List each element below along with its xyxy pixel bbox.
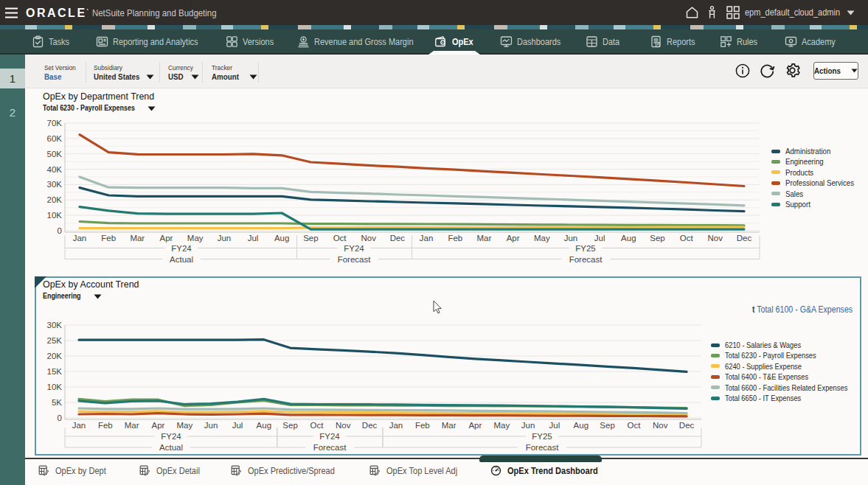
svg-text:20K: 20K	[47, 195, 63, 204]
svg-text:Jul: Jul	[594, 234, 605, 242]
svg-text:Aug: Aug	[257, 421, 271, 430]
svg-text:Oct: Oct	[333, 234, 347, 242]
svg-text:30K: 30K	[47, 180, 63, 189]
svg-text:60K: 60K	[47, 134, 63, 143]
svg-text:Nov: Nov	[653, 421, 668, 430]
svg-text:Sep: Sep	[282, 421, 297, 430]
svg-text:Dec: Dec	[679, 421, 695, 430]
svg-text:Jun: Jun	[204, 421, 218, 430]
svg-text:Apr: Apr	[152, 421, 165, 430]
svg-text:Jan: Jan	[72, 421, 86, 430]
svg-text:FY25: FY25	[575, 244, 596, 253]
svg-text:Oct: Oct	[310, 421, 324, 430]
svg-text:Feb: Feb	[415, 421, 430, 430]
svg-text:Jan: Jan	[420, 234, 434, 242]
svg-text:Jun: Jun	[521, 421, 535, 430]
svg-text:Apr: Apr	[468, 421, 482, 430]
svg-text:Feb: Feb	[448, 234, 462, 242]
svg-text:5K: 5K	[52, 398, 62, 407]
svg-text:50K: 50K	[47, 150, 63, 158]
svg-text:15K: 15K	[47, 367, 63, 376]
svg-text:May: May	[493, 421, 510, 430]
svg-text:Dec: Dec	[390, 234, 406, 242]
svg-text:Dec: Dec	[737, 234, 752, 242]
svg-text:30K: 30K	[47, 321, 63, 329]
svg-text:10K: 10K	[47, 383, 63, 391]
svg-text:Aug: Aug	[621, 234, 636, 242]
svg-text:FY24: FY24	[319, 432, 340, 441]
svg-text:Forecast: Forecast	[569, 255, 603, 264]
svg-text:Apr: Apr	[507, 234, 520, 242]
svg-text:25K: 25K	[47, 336, 63, 345]
svg-text:Jun: Jun	[218, 234, 232, 242]
svg-text:Mar: Mar	[476, 234, 491, 242]
svg-text:Actual: Actual	[170, 255, 193, 264]
svg-text:Sep: Sep	[600, 421, 614, 430]
svg-text:20K: 20K	[47, 352, 63, 360]
svg-text:Aug: Aug	[574, 421, 588, 430]
svg-text:10K: 10K	[47, 211, 63, 220]
svg-text:May: May	[534, 234, 550, 242]
svg-text:Jan: Jan	[389, 421, 403, 430]
svg-text:0: 0	[58, 226, 62, 235]
svg-text:Feb: Feb	[101, 234, 116, 242]
svg-text:Jul: Jul	[248, 234, 259, 242]
svg-text:Aug: Aug	[274, 234, 289, 242]
svg-text:Dec: Dec	[362, 421, 378, 430]
svg-text:70K: 70K	[47, 119, 63, 128]
svg-text:Jan: Jan	[73, 234, 87, 242]
svg-text:Sep: Sep	[650, 234, 664, 242]
svg-text:Nov: Nov	[361, 234, 376, 242]
svg-text:Jul: Jul	[232, 421, 243, 430]
svg-text:Nov: Nov	[708, 234, 723, 242]
svg-text:Feb: Feb	[98, 421, 113, 430]
svg-text:Mar: Mar	[125, 421, 139, 430]
svg-text:Oct: Oct	[627, 421, 641, 430]
svg-text:FY25: FY25	[532, 432, 552, 441]
svg-text:May: May	[176, 421, 192, 430]
svg-text:40K: 40K	[47, 165, 63, 174]
svg-text:Apr: Apr	[160, 234, 173, 242]
svg-text:FY24: FY24	[171, 244, 192, 253]
svg-text:FY24: FY24	[344, 244, 364, 253]
svg-text:May: May	[187, 234, 204, 242]
svg-text:Jul: Jul	[549, 421, 560, 430]
svg-text:Actual: Actual	[159, 443, 183, 452]
svg-text:FY24: FY24	[161, 432, 181, 441]
svg-text:Oct: Oct	[680, 234, 694, 242]
svg-text:Mar: Mar	[130, 234, 145, 242]
svg-text:Forecast: Forecast	[313, 443, 347, 452]
svg-text:Forecast: Forecast	[526, 443, 560, 452]
svg-text:Nov: Nov	[336, 421, 351, 430]
svg-text:0: 0	[58, 414, 62, 422]
svg-text:Mar: Mar	[442, 421, 456, 430]
svg-text:Forecast: Forecast	[338, 255, 372, 264]
svg-text:Sep: Sep	[303, 234, 318, 242]
svg-text:Jun: Jun	[564, 234, 578, 242]
